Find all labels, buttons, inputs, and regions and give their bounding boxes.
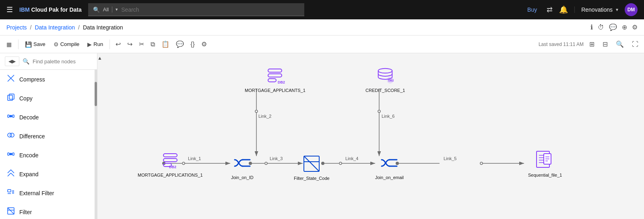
palette-item-compress[interactable]: Compress: [0, 70, 95, 89]
breadcrumb-data-integration[interactable]: Data Integration: [35, 24, 75, 31]
fullscreen-button[interactable]: ⛶: [630, 38, 641, 50]
history-icon[interactable]: ⏱: [598, 24, 604, 31]
filter-label: Filter: [19, 209, 32, 215]
compress-label: Compress: [19, 76, 45, 83]
palette-search-input[interactable]: [33, 58, 97, 65]
copy-button[interactable]: ⧉: [148, 38, 157, 50]
external-filter-label: External Filter: [19, 190, 54, 196]
all-dropdown[interactable]: All: [103, 6, 112, 13]
svg-point-8: [10, 133, 14, 137]
palette-item-encode[interactable]: Encode: [0, 146, 95, 165]
node-mortgage-applications[interactable]: DB2 MORTGAGE_APPLICATIONS_1: [138, 150, 203, 177]
node-join-id[interactable]: Join_on_ID: [231, 152, 254, 180]
breadcrumb-sep-1: /: [30, 24, 32, 31]
search-bar: 🔍 All ▾: [88, 3, 305, 16]
canvas-scroll-indicator: ▲: [97, 53, 102, 219]
svg-rect-3: [8, 115, 9, 117]
avatar[interactable]: DM: [625, 3, 638, 16]
compile-button[interactable]: ⚙ Compile: [50, 39, 83, 50]
notification-icon[interactable]: 🔔: [559, 5, 568, 14]
copy-label: Copy: [19, 95, 33, 102]
svg-rect-1: [9, 94, 14, 99]
toolbar: ▦ 💾 Save ⚙ Compile ▶ Run ↩ ↪ ✂ ⧉ 📋 💬 {} …: [0, 35, 644, 53]
link5-circle: [480, 162, 483, 165]
node-sequential-file[interactable]: Sequential_file_1: [528, 150, 562, 177]
palette-item-difference[interactable]: Difference: [0, 127, 95, 146]
svg-point-2: [10, 115, 12, 117]
search-icon: 🔍: [93, 6, 100, 13]
zoom-out-button[interactable]: 🔍: [613, 38, 626, 50]
main-layout: ◀▶ 🔍 Compress Copy: [0, 53, 644, 219]
info-icon[interactable]: ℹ: [590, 23, 593, 31]
breadcrumb-projects[interactable]: Projects: [6, 24, 27, 31]
svg-rect-31: [163, 159, 177, 162]
paste-button[interactable]: 📋: [159, 38, 172, 50]
svg-rect-23: [268, 69, 282, 72]
palette-item-filter[interactable]: Filter: [0, 202, 95, 219]
node-mortgage-applications-label: MORTGAGE_APPLICATIONS_1: [138, 173, 203, 177]
svg-rect-11: [12, 153, 14, 155]
breadcrumb-bar: Projects / Data Integration / Data Integ…: [0, 19, 644, 35]
palette-item-decode[interactable]: Decode: [0, 108, 95, 127]
node-join-id-label: Join_on_ID: [231, 175, 254, 180]
compress-icon: [6, 74, 15, 85]
undo-button[interactable]: ↩: [113, 38, 123, 50]
chat-icon[interactable]: 💬: [609, 23, 617, 31]
fit-view-button[interactable]: ⊞: [587, 38, 597, 50]
node-icon-join-email: [379, 152, 400, 173]
node-icon-filter-state: [301, 153, 322, 174]
encode-label: Encode: [19, 152, 38, 159]
run-button[interactable]: ▶ Run: [84, 39, 106, 50]
breadcrumb-sep-2: /: [78, 24, 80, 31]
palette-scrollbar[interactable]: [95, 70, 97, 219]
expand-label: Expand: [19, 171, 38, 177]
palette-collapse-button[interactable]: ◀▶: [5, 56, 19, 66]
nav-icons: ⇄ 🔔: [547, 5, 568, 14]
link6-circle: [378, 110, 380, 113]
decode-label: Decode: [19, 114, 39, 121]
node-icon-sequential-file: [535, 150, 555, 171]
save-icon: 💾: [25, 41, 32, 48]
node-mortgage-applicants[interactable]: DB2 MORTGAGE_APPLICANTS_1: [245, 65, 305, 93]
zoom-in-button[interactable]: ⊟: [600, 38, 610, 50]
difference-label: Difference: [19, 133, 45, 140]
share-icon[interactable]: ⊕: [622, 23, 627, 31]
node-settings-button[interactable]: ⚙: [199, 38, 209, 50]
palette-toggle-button[interactable]: ▦: [3, 39, 15, 50]
svg-text:DB2: DB2: [278, 80, 285, 84]
svg-text:DB2: DB2: [388, 79, 394, 82]
canvas[interactable]: ▲: [97, 53, 644, 219]
redo-button[interactable]: ↪: [125, 38, 135, 50]
toolbar-sep-2: [109, 40, 110, 49]
scroll-up-button[interactable]: ▲: [97, 55, 103, 61]
comment-button[interactable]: 💬: [173, 38, 186, 50]
expand-icon: [6, 169, 15, 179]
last-saved-label: Last saved 11:11 AM: [539, 42, 584, 47]
palette-item-copy[interactable]: Copy: [0, 89, 95, 108]
cut-button[interactable]: ✂: [136, 38, 147, 50]
link3-label: Link_3: [270, 156, 283, 161]
workspace-chevron-icon[interactable]: ▾: [616, 7, 618, 13]
palette-inner: Compress Copy Decode: [0, 70, 97, 219]
node-mortgage-applicants-label: MORTGAGE_APPLICANTS_1: [245, 88, 305, 93]
node-credit-score[interactable]: DB2 CREDIT_SCORE_1: [365, 65, 405, 93]
node-join-email[interactable]: Join_on_email: [375, 152, 404, 180]
node-icon-credit-score: DB2: [375, 65, 396, 86]
node-icon-join-id: [232, 152, 253, 173]
settings-icon[interactable]: ⚙: [632, 23, 638, 31]
svg-rect-0: [8, 95, 12, 100]
save-button[interactable]: 💾 Save: [22, 39, 49, 50]
palette-sidebar: ◀▶ 🔍 Compress Copy: [0, 53, 97, 219]
node-filter-state[interactable]: Filter_State_Code: [294, 153, 330, 181]
search-input[interactable]: [121, 6, 299, 13]
link4-circle: [339, 162, 342, 165]
svg-rect-10: [8, 153, 9, 155]
buy-button[interactable]: Buy: [524, 6, 540, 13]
palette-item-external-filter[interactable]: External Filter: [0, 184, 95, 202]
palette-item-expand[interactable]: Expand: [0, 165, 95, 184]
filter-icon: [6, 206, 15, 217]
menu-icon[interactable]: ☰: [6, 5, 13, 14]
svg-text:DB2: DB2: [169, 165, 176, 169]
expression-button[interactable]: {}: [188, 38, 197, 50]
transfer-icon[interactable]: ⇄: [547, 5, 553, 14]
